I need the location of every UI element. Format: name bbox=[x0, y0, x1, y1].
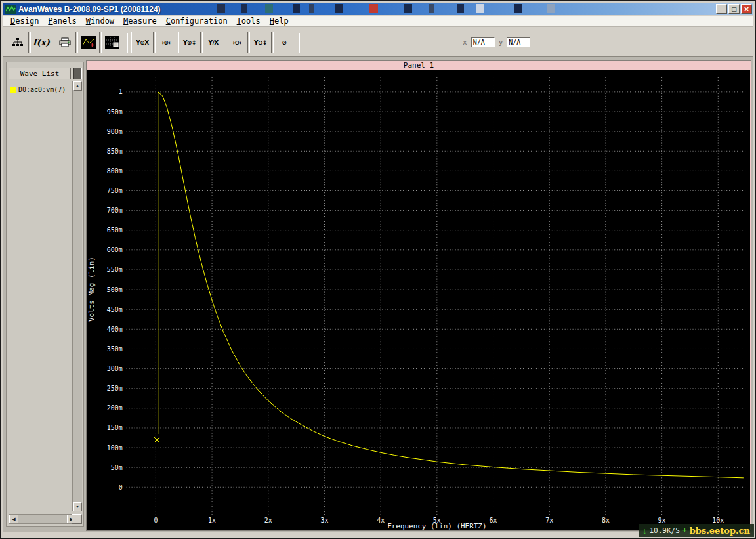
minimize-button[interactable]: _ bbox=[716, 4, 727, 14]
copy-panel-button[interactable] bbox=[101, 32, 123, 53]
svg-text:500m: 500m bbox=[107, 286, 123, 293]
svg-text:2x: 2x bbox=[264, 517, 272, 524]
design-browser-button[interactable] bbox=[7, 32, 29, 53]
client-area: Wave List D0:ac0:vm(7) ▲ ▼ ◀ ▶ Panel 1 0… bbox=[3, 57, 753, 532]
zoom-in-y-button[interactable]: Y⊕↕ bbox=[178, 32, 201, 53]
zoom-out-y-button[interactable]: Y⊖↕ bbox=[249, 32, 272, 53]
restore-button[interactable]: □ bbox=[728, 4, 740, 14]
svg-text:6x: 6x bbox=[490, 517, 497, 524]
wave-color-swatch bbox=[10, 87, 16, 93]
titlebar-artifact bbox=[457, 4, 464, 13]
svg-text:300m: 300m bbox=[107, 365, 123, 372]
titlebar-artifact bbox=[514, 4, 522, 13]
download-watermark-overlay: ↓ 10.9K/S + bbs.eetop.cn bbox=[639, 524, 754, 537]
titlebar-artifact bbox=[335, 4, 343, 13]
plot-area[interactable]: 050m100m150m200m250m300m350m400m450m500m… bbox=[87, 70, 750, 530]
svg-text:650m: 650m bbox=[107, 226, 123, 234]
svg-text:4x: 4x bbox=[377, 517, 385, 524]
x-coordinate-label: x bbox=[463, 38, 467, 47]
scrollbar-corner[interactable] bbox=[72, 514, 82, 524]
svg-text:800m: 800m bbox=[107, 167, 123, 175]
x-coordinate-field[interactable]: N/A bbox=[471, 37, 495, 47]
titlebar-artifact bbox=[217, 4, 225, 13]
fx-icon: f(x) bbox=[33, 37, 50, 47]
waveform-chart[interactable]: 050m100m150m200m250m300m350m400m450m500m… bbox=[87, 70, 750, 530]
y-coordinate-label: y bbox=[499, 38, 503, 47]
menu-measure[interactable]: Measure bbox=[119, 16, 161, 26]
zoom-ratio-button[interactable]: Y∕X bbox=[202, 32, 224, 53]
wave-name: D0:ac0:vm(7) bbox=[18, 86, 66, 93]
svg-text:600m: 600m bbox=[107, 246, 123, 253]
menu-help[interactable]: Help bbox=[265, 16, 293, 26]
svg-text:850m: 850m bbox=[107, 148, 123, 155]
svg-text:50m: 50m bbox=[111, 464, 123, 471]
svg-text:750m: 750m bbox=[107, 187, 123, 194]
close-button[interactable]: × bbox=[741, 4, 752, 14]
new-panel-button[interactable] bbox=[77, 32, 100, 53]
app-icon bbox=[5, 5, 16, 14]
svg-text:3x: 3x bbox=[320, 517, 328, 524]
scroll-left-icon[interactable]: ◀ bbox=[9, 515, 18, 523]
svg-text:1x: 1x bbox=[208, 517, 216, 524]
wave-list-vertical-scrollbar[interactable]: ▲ ▼ bbox=[72, 81, 82, 511]
plot-panel: Panel 1 050m100m150m200m250m300m350m400m… bbox=[86, 60, 751, 531]
zoom-previous-icon: ⊘ bbox=[282, 39, 286, 46]
expression-button[interactable]: f(x) bbox=[30, 32, 52, 53]
title-bar[interactable]: AvanWaves B-2008.09-SP1 (20081124) _ □ × bbox=[3, 3, 753, 15]
wave-list-item[interactable]: D0:ac0:vm(7) bbox=[10, 86, 66, 93]
titlebar-artifact bbox=[404, 4, 412, 13]
toolbar: f(x) Y⊕X bbox=[3, 28, 753, 57]
svg-text:8x: 8x bbox=[602, 517, 610, 524]
window-title: AvanWaves B-2008.09-SP1 (20081124) bbox=[18, 5, 161, 14]
print-button[interactable] bbox=[54, 32, 76, 53]
menu-panels[interactable]: Panels bbox=[43, 16, 81, 26]
wave-list-grip[interactable] bbox=[73, 68, 82, 79]
svg-text:350m: 350m bbox=[107, 345, 123, 353]
zoom-previous-button[interactable]: ⊘ bbox=[273, 32, 295, 53]
svg-text:250m: 250m bbox=[107, 385, 123, 392]
zoom-in-xy-icon: Y⊕X bbox=[136, 39, 149, 46]
zoom-out-x-button[interactable]: →⊖← bbox=[226, 32, 248, 53]
menu-bar: Design Panels Window Measure Configurati… bbox=[3, 16, 753, 27]
plus-icon: + bbox=[682, 526, 687, 535]
scroll-up-icon[interactable]: ▲ bbox=[73, 81, 82, 91]
svg-text:700m: 700m bbox=[107, 207, 123, 214]
zoom-in-xy-button[interactable]: Y⊕X bbox=[131, 32, 154, 53]
toolbar-separator bbox=[299, 33, 300, 53]
menu-configuration[interactable]: Configuration bbox=[161, 16, 232, 26]
titlebar-artifact bbox=[241, 4, 247, 13]
copy-panel-icon bbox=[105, 36, 119, 49]
wave-list-horizontal-scrollbar[interactable]: ◀ ▶ bbox=[9, 514, 77, 524]
zoom-in-x-button[interactable]: →⊕← bbox=[155, 32, 177, 53]
new-panel-icon bbox=[81, 36, 96, 49]
svg-text:900m: 900m bbox=[107, 128, 123, 135]
wave-list-header-button[interactable]: Wave List bbox=[9, 68, 71, 79]
scroll-down-icon[interactable]: ▼ bbox=[73, 502, 82, 511]
svg-text:550m: 550m bbox=[107, 266, 123, 273]
coordinate-readout: x N/A y N/A bbox=[463, 37, 530, 47]
download-speed: 10.9K/S bbox=[649, 527, 679, 535]
titlebar-artifact bbox=[309, 4, 314, 13]
svg-text:7x: 7x bbox=[545, 517, 553, 524]
menu-design[interactable]: Design bbox=[6, 16, 43, 26]
zoom-out-y-icon: Y⊖↕ bbox=[254, 39, 267, 46]
menu-tools[interactable]: Tools bbox=[232, 16, 265, 26]
svg-text:400m: 400m bbox=[107, 326, 123, 333]
toolbar-separator bbox=[127, 33, 128, 53]
svg-text:0: 0 bbox=[119, 484, 123, 491]
y-coordinate-field[interactable]: N/A bbox=[507, 37, 530, 47]
wave-list-panel: Wave List D0:ac0:vm(7) ▲ ▼ ◀ ▶ bbox=[6, 62, 84, 527]
titlebar-artifact bbox=[369, 4, 378, 13]
titlebar-artifact bbox=[547, 4, 555, 13]
svg-text:450m: 450m bbox=[107, 306, 123, 313]
titlebar-artifact bbox=[429, 4, 434, 13]
svg-text:200m: 200m bbox=[107, 404, 123, 412]
zoom-out-x-icon: →⊖← bbox=[230, 39, 243, 46]
panel-title-bar[interactable]: Panel 1 bbox=[87, 61, 751, 70]
menu-window[interactable]: Window bbox=[81, 16, 119, 26]
titlebar-artifact bbox=[293, 4, 300, 13]
svg-text:Volts Mag (lin): Volts Mag (lin) bbox=[87, 257, 96, 322]
window-controls: _ □ × bbox=[716, 4, 752, 14]
watermark-site: bbs.eetop.cn bbox=[690, 526, 750, 536]
svg-text:1: 1 bbox=[119, 88, 123, 95]
